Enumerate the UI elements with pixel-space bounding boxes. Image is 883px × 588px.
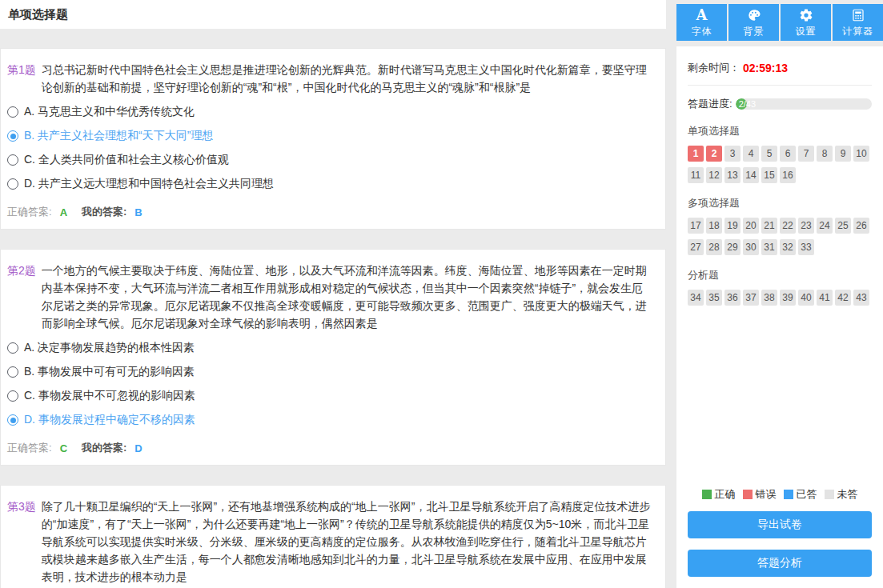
toolbar-button-背景[interactable]: 背景 xyxy=(728,4,779,41)
question-text: 除了几十颗卫星编织的“天上一张网”，还有地基增强系统构成的“地上一张网”，北斗卫… xyxy=(42,498,652,586)
question-nav-26[interactable]: 26 xyxy=(853,218,869,234)
option-label: B. 共产主义社会理想和“天下大同”理想 xyxy=(24,129,213,143)
progress-label: 答题进度: xyxy=(688,97,732,111)
correct-answer-label: 正确答案: xyxy=(7,441,52,455)
question-nav-3[interactable]: 3 xyxy=(724,146,741,162)
question-nav-42[interactable]: 42 xyxy=(835,290,851,306)
legend-item-错误: 错误 xyxy=(743,487,777,502)
question-nav-2[interactable]: 2 xyxy=(706,146,722,162)
question-text: 一个地方的气候主要取决于纬度、海陆位置、地形，以及大气环流和洋流等因素。纬度、海… xyxy=(42,262,652,332)
question-nav-38[interactable]: 38 xyxy=(761,290,777,306)
question-nav-32[interactable]: 32 xyxy=(780,239,796,255)
option-A[interactable]: A. 决定事物发展趋势的根本性因素 xyxy=(7,340,652,356)
legend: 正确错误已答未答 xyxy=(688,487,872,511)
question-nav-10[interactable]: 10 xyxy=(853,146,869,162)
toolbar-button-设置[interactable]: 设置 xyxy=(781,4,831,41)
question-nav-12[interactable]: 12 xyxy=(706,167,722,183)
question-number-grid: 34353637383940414243 xyxy=(688,290,872,306)
answer-row: 正确答案:C我的答案:D xyxy=(7,441,652,455)
question-card: 第1题习总书记新时代中国特色社会主义思想是推进理论创新的光辉典范。新时代谱写马克… xyxy=(0,48,666,230)
radio-icon[interactable] xyxy=(7,106,18,118)
toolbar-button-label: 计算器 xyxy=(842,25,873,38)
font-letter: A xyxy=(696,8,708,22)
question-nav-28[interactable]: 28 xyxy=(706,239,722,255)
option-C[interactable]: C. 全人类共同价值和社会主义核心价值观 xyxy=(7,152,652,168)
question-nav-36[interactable]: 36 xyxy=(724,290,741,306)
question-nav-20[interactable]: 20 xyxy=(743,218,759,234)
my-answer-label: 我的答案: xyxy=(82,441,126,455)
option-label: A. 决定事物发展趋势的根本性因素 xyxy=(24,341,195,355)
question-nav-21[interactable]: 21 xyxy=(761,218,777,234)
progress-text: 2/43 xyxy=(739,98,756,110)
timer-value: 02:59:13 xyxy=(743,62,788,74)
question-pane: 单项选择题 第1题习总书记新时代中国特色社会主义思想是推进理论创新的光辉典范。新… xyxy=(0,0,666,588)
radio-icon[interactable] xyxy=(7,154,18,166)
radio-icon[interactable] xyxy=(7,366,18,378)
calculator-icon xyxy=(851,7,865,23)
question-nav-40[interactable]: 40 xyxy=(798,290,814,306)
legend-label: 未答 xyxy=(837,487,858,502)
question-nav-14[interactable]: 14 xyxy=(743,167,759,183)
question-nav-37[interactable]: 37 xyxy=(743,290,759,306)
option-A[interactable]: A. 马克思主义和中华优秀传统文化 xyxy=(7,104,652,120)
export-paper-button[interactable]: 导出试卷 xyxy=(688,511,872,538)
option-C[interactable]: C. 事物发展中不可忽视的影响因素 xyxy=(7,388,652,404)
question-nav-41[interactable]: 41 xyxy=(817,290,833,306)
radio-icon[interactable] xyxy=(7,178,18,190)
question-nav-6[interactable]: 6 xyxy=(780,146,796,162)
question-nav-13[interactable]: 13 xyxy=(724,167,741,183)
question-nav-18[interactable]: 18 xyxy=(706,218,722,234)
my-answer-label: 我的答案: xyxy=(82,205,126,219)
question-nav-9[interactable]: 9 xyxy=(835,146,851,162)
radio-icon[interactable] xyxy=(7,390,18,402)
question-nav-4[interactable]: 4 xyxy=(743,146,759,162)
question-nav-7[interactable]: 7 xyxy=(798,146,814,162)
timer-row: 剩余时间： 02:59:13 xyxy=(688,58,872,86)
answer-analysis-button[interactable]: 答题分析 xyxy=(688,550,872,577)
legend-item-未答: 未答 xyxy=(825,487,858,502)
question-nav-8[interactable]: 8 xyxy=(817,146,833,162)
radio-selected-icon[interactable] xyxy=(7,414,18,426)
question-nav-22[interactable]: 22 xyxy=(780,218,796,234)
legend-label: 正确 xyxy=(715,487,736,502)
option-label: D. 事物发展过程中确定不移的因素 xyxy=(24,413,195,427)
question-nav-39[interactable]: 39 xyxy=(780,290,796,306)
option-B[interactable]: B. 共产主义社会理想和“天下大同”理想 xyxy=(7,128,652,144)
question-head: 第2题一个地方的气候主要取决于纬度、海陆位置、地形，以及大气环流和洋流等因素。纬… xyxy=(7,262,652,332)
toolbar-button-字体[interactable]: A字体 xyxy=(676,4,727,41)
question-nav-27[interactable]: 27 xyxy=(688,239,704,255)
question-number-grid: 1718192021222324252627282930313233 xyxy=(688,218,872,255)
question-nav-1[interactable]: 1 xyxy=(688,146,704,162)
question-nav-24[interactable]: 24 xyxy=(817,218,833,234)
option-D[interactable]: D. 事物发展过程中确定不移的因素 xyxy=(7,412,652,428)
legend-label: 已答 xyxy=(797,487,817,502)
option-B[interactable]: B. 事物发展中可有可无的影响因素 xyxy=(7,364,652,380)
question-nav-31[interactable]: 31 xyxy=(761,239,777,255)
question-nav-35[interactable]: 35 xyxy=(706,290,722,306)
question-nav-43[interactable]: 43 xyxy=(853,290,869,306)
question-nav-16[interactable]: 16 xyxy=(780,167,796,183)
question-number-label: 第2题 xyxy=(7,262,36,279)
question-nav-15[interactable]: 15 xyxy=(761,167,777,183)
progress-row: 答题进度: 2/43 xyxy=(688,97,872,111)
toolbar-button-计算器[interactable]: 计算器 xyxy=(833,4,883,41)
radio-selected-icon[interactable] xyxy=(7,130,18,142)
question-nav-11[interactable]: 11 xyxy=(688,167,704,183)
question-head: 第1题习总书记新时代中国特色社会主义思想是推进理论创新的光辉典范。新时代谱写马克… xyxy=(7,61,652,96)
section-title: 多项选择题 xyxy=(688,196,872,210)
radio-icon[interactable] xyxy=(7,342,18,354)
question-nav-34[interactable]: 34 xyxy=(688,290,704,306)
question-nav-19[interactable]: 19 xyxy=(724,218,741,234)
question-nav-23[interactable]: 23 xyxy=(798,218,814,234)
question-nav-5[interactable]: 5 xyxy=(761,146,777,162)
question-nav-30[interactable]: 30 xyxy=(743,239,759,255)
question-number-label: 第1题 xyxy=(7,61,36,78)
question-nav-33[interactable]: 33 xyxy=(798,239,814,255)
question-nav-25[interactable]: 25 xyxy=(835,218,851,234)
question-nav-29[interactable]: 29 xyxy=(724,239,741,255)
questions-container: 第1题习总书记新时代中国特色社会主义思想是推进理论创新的光辉典范。新时代谱写马克… xyxy=(0,48,666,588)
question-nav-17[interactable]: 17 xyxy=(688,218,704,234)
legend-item-已答: 已答 xyxy=(784,487,817,502)
legend-swatch xyxy=(825,490,834,499)
option-D[interactable]: D. 共产主义远大理想和中国特色社会主义共同理想 xyxy=(7,176,652,192)
